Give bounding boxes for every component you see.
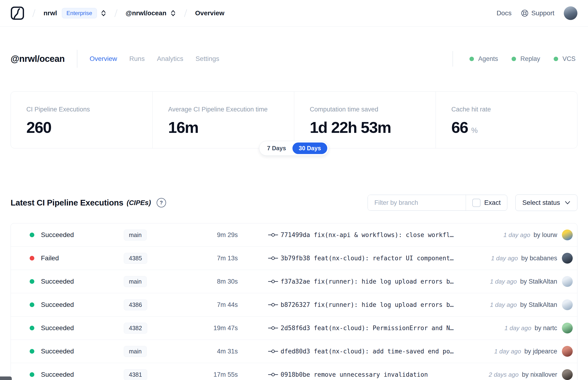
branch-cell: main <box>124 276 201 287</box>
duration: 9m 29s <box>201 231 238 239</box>
commit-author: by StalkAltan <box>520 278 557 285</box>
branch-cell: 4386 <box>124 299 201 310</box>
branch-badge[interactable]: 4385 <box>124 253 147 264</box>
commit-author: by jdpearce <box>524 348 557 355</box>
date-range-toggle: 7 Days 30 Days <box>259 141 329 156</box>
branch-badge[interactable]: 4382 <box>124 323 147 334</box>
duration: 8m 30s <box>201 278 238 285</box>
table-row[interactable]: Succeeded 4386 7m 44s b8726327 fix(runne… <box>11 293 577 316</box>
page-title: @nrwl/ocean <box>11 54 65 64</box>
service-status-vcs[interactable]: VCS <box>554 55 575 62</box>
workspace-tabs: Overview Runs Analytics Settings <box>90 55 219 62</box>
top-navbar: nrwl Enterprise @nrwl/ocean Overview Doc… <box>0 0 588 27</box>
tab-settings[interactable]: Settings <box>195 55 219 62</box>
table-row[interactable]: Failed 4385 7m 13s 3b79fb38 feat(nx-clou… <box>11 247 577 270</box>
status-dot <box>30 256 34 261</box>
git-commit-icon <box>268 371 278 378</box>
commit-meta: 1 day ago by nartc <box>505 323 573 333</box>
range-7-days-button[interactable]: 7 Days <box>261 143 292 154</box>
tab-analytics[interactable]: Analytics <box>157 55 183 62</box>
status-label: Succeeded <box>41 347 124 355</box>
table-row[interactable]: Succeeded main 9m 29s 771499da fix(nx-ap… <box>11 223 577 247</box>
avatar[interactable] <box>562 323 573 333</box>
status-label: Succeeded <box>41 371 124 378</box>
help-icon[interactable]: ? <box>157 198 166 208</box>
cipe-section-header: Latest CI Pipeline Executions (CIPEs) ? … <box>11 194 577 211</box>
commit-author: by nixallover <box>522 371 557 378</box>
duration: 17m 55s <box>201 371 238 378</box>
commit-author: by nartc <box>535 324 557 332</box>
commit-author: by lourw <box>533 231 557 239</box>
range-30-days-button[interactable]: 30 Days <box>292 143 327 154</box>
stat-ci-pipeline-executions: CI Pipeline Executions 260 <box>11 92 152 148</box>
status-dot <box>30 372 34 377</box>
commit-message[interactable]: 3b79fb38 feat(nx-cloud): refactor UI com… <box>281 255 491 262</box>
breadcrumb-org[interactable]: nrwl <box>43 9 57 17</box>
cipe-filters: Exact Select status <box>368 194 577 211</box>
status-dot <box>30 349 34 354</box>
commit-time: 1 day ago <box>491 255 518 262</box>
user-avatar[interactable] <box>564 6 577 20</box>
stat-cache-hit-rate: Cache hit rate 66% <box>436 92 577 148</box>
service-status-agents[interactable]: Agents <box>470 55 498 62</box>
avatar[interactable] <box>562 299 573 310</box>
branch-badge[interactable]: 4381 <box>124 369 147 380</box>
commit-meta: 1 day ago by bcabanes <box>491 253 573 264</box>
life-buoy-icon <box>521 9 529 17</box>
status-select-button[interactable]: Select status <box>515 194 577 211</box>
branch-badge[interactable]: main <box>124 346 147 357</box>
status-dot <box>30 232 34 237</box>
avatar[interactable] <box>562 276 573 287</box>
duration: 7m 44s <box>201 301 238 308</box>
status-label: Succeeded <box>41 301 124 308</box>
breadcrumb-workspace[interactable]: @nrwl/ocean <box>126 9 167 17</box>
branch-filter-group: Exact <box>368 195 507 211</box>
git-commit-icon <box>268 325 278 331</box>
breadcrumb-page: Overview <box>195 9 225 17</box>
tab-overview[interactable]: Overview <box>90 55 117 62</box>
commit-message[interactable]: dfed80d3 feat(nx-cloud): add time-saved … <box>281 348 494 355</box>
git-commit-icon <box>268 348 278 355</box>
branch-badge[interactable]: 4386 <box>124 299 147 310</box>
nx-cloud-logo-icon[interactable] <box>11 6 24 20</box>
avatar[interactable] <box>562 253 573 264</box>
workspace-switcher-chevron-icon[interactable] <box>170 9 176 17</box>
service-status-replay[interactable]: Replay <box>512 55 540 62</box>
commit-message[interactable]: b8726327 fix(runner): hide log upload er… <box>281 301 490 308</box>
stats-card-strip: CI Pipeline Executions 260 Average CI Pi… <box>11 92 577 148</box>
exact-filter[interactable]: Exact <box>466 195 507 210</box>
avatar[interactable] <box>562 346 573 357</box>
branch-badge[interactable]: main <box>124 229 147 241</box>
avatar[interactable] <box>562 229 573 240</box>
support-link[interactable]: Support <box>521 9 554 17</box>
docs-link[interactable]: Docs <box>496 9 512 17</box>
commit-message[interactable]: 0918b0be remove unnecessary invalidation <box>281 371 489 378</box>
commit-meta: 2 days ago by nixallover <box>489 369 573 380</box>
service-status-dot <box>470 57 474 61</box>
duration: 7m 13s <box>201 255 238 262</box>
table-row[interactable]: Succeeded 4382 19m 47s 2d58f6d3 feat(nx-… <box>11 316 577 340</box>
table-row[interactable]: Succeeded 4381 17m 55s 0918b0be remove u… <box>11 363 577 380</box>
cipe-section-title: Latest CI Pipeline Executions <box>11 198 123 208</box>
branch-filter-input[interactable] <box>368 195 466 210</box>
commit-message[interactable]: 771499da fix(nx-api & workflows): close … <box>281 231 503 238</box>
workspace-header: @nrwl/ocean Overview Runs Analytics Sett… <box>0 50 588 68</box>
service-status-dot <box>512 57 516 61</box>
breadcrumb-separator <box>184 9 187 17</box>
table-row[interactable]: Succeeded main 8m 30s f37a32ae fix(runne… <box>11 270 577 293</box>
avatar[interactable] <box>562 369 573 380</box>
nx-cloud-overview-page: nrwl Enterprise @nrwl/ocean Overview Doc… <box>0 0 588 380</box>
org-switcher-chevron-icon[interactable] <box>101 9 106 17</box>
tab-runs[interactable]: Runs <box>129 55 145 62</box>
exact-checkbox[interactable] <box>472 199 480 207</box>
commit-time: 2 days ago <box>489 371 519 378</box>
status-dot <box>30 303 34 307</box>
commit-message[interactable]: 2d58f6d3 feat(nx-cloud): PermissionError… <box>281 324 505 332</box>
commit-time: 1 day ago <box>503 231 530 239</box>
commit-message[interactable]: f37a32ae fix(runner): hide log upload er… <box>281 278 490 285</box>
git-commit-icon <box>268 232 278 238</box>
branch-badge[interactable]: main <box>124 276 147 287</box>
branch-cell: 4381 <box>124 369 201 380</box>
git-commit-icon <box>268 255 278 262</box>
table-row[interactable]: Succeeded main 4m 31s dfed80d3 feat(nx-c… <box>11 340 577 363</box>
